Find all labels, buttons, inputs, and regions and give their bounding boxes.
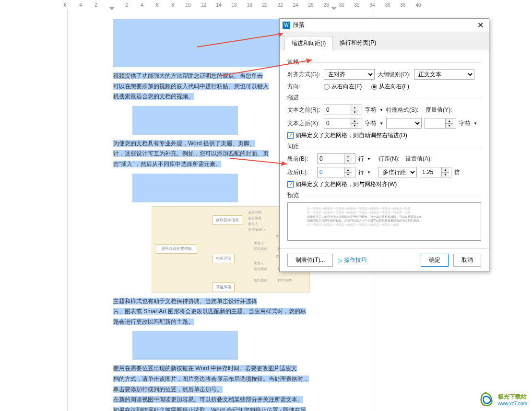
spinner-up-icon[interactable]: ▲ <box>446 118 453 124</box>
direction-ltr-radio[interactable]: 从左向右(L) <box>371 82 409 91</box>
selected-block <box>132 106 238 135</box>
watermark: 极光下载站 www.xz7.com <box>478 391 527 408</box>
text-after-label: 文本之后(X): <box>287 119 321 128</box>
section-preview: 预览 <box>287 191 481 200</box>
annotation-arrow <box>197 24 293 48</box>
space-after-spinner[interactable]: ▲▼ <box>317 167 355 177</box>
text-before-label: 文本之前(R): <box>287 106 321 114</box>
chevron-down-icon[interactable]: ▼ <box>379 121 383 126</box>
line-spacing-label: 行距(N): <box>378 155 402 163</box>
direction-label: 方向: <box>287 82 321 91</box>
preview-panel: 前一段落前一段落前一段落前一段落前一段落前一段落前一段落前一段落前一段落 前一段… <box>287 202 481 241</box>
special-format-label: 特殊格式(S): <box>386 106 423 114</box>
ok-button[interactable]: 确定 <box>421 254 449 267</box>
paragraph[interactable]: 片、图表或 SmartArt 图形将会更改以匹配新的主题。当应用样式时，您的标 <box>113 306 335 317</box>
chevron-down-icon[interactable]: ▼ <box>367 157 371 161</box>
dialog-title: 段落 <box>293 21 474 29</box>
spinner-down-icon[interactable]: ▼ <box>442 173 449 177</box>
annotation-arrow <box>221 48 317 77</box>
chevron-down-icon[interactable]: ▼ <box>367 170 371 175</box>
line-spacing-select[interactable]: 多倍行距 <box>378 167 417 177</box>
radio-icon <box>324 84 330 90</box>
checkbox-icon: ✓ <box>287 181 294 188</box>
setting-value-label: 设置值(A): <box>405 155 434 163</box>
play-icon: ▷ <box>338 257 342 264</box>
spinner-down-icon[interactable]: ▼ <box>446 124 453 129</box>
section-indent: 缩进 <box>287 94 481 102</box>
spinner-down-icon[interactable]: ▼ <box>351 110 358 115</box>
section-spacing: 间距 <box>287 142 481 151</box>
measure-label: 度量值(Y): <box>426 106 454 114</box>
svg-marker-5 <box>281 161 287 166</box>
close-button[interactable]: ✕ <box>474 20 486 31</box>
outline-label: 大纲级别(O): <box>378 70 411 79</box>
paragraph[interactable]: 在新的阅读视图中阅读更加容易。可以折叠文档某些部分并关注所需文本。 <box>113 395 335 405</box>
text-before-spinner[interactable]: ▲▼ <box>324 105 362 115</box>
direction-rtl-radio[interactable]: 从右向左(F) <box>324 82 362 91</box>
chevron-down-icon[interactable]: ▼ <box>473 121 477 126</box>
svg-marker-3 <box>306 59 312 63</box>
dialog-titlebar[interactable]: W 段落 ✕ <box>280 19 489 32</box>
spinner-up-icon[interactable]: ▲ <box>344 167 352 173</box>
checkbox-icon: ✓ <box>287 132 294 139</box>
radio-icon <box>371 84 377 90</box>
paragraph[interactable]: 档的方式，请单击该图片，图片旁边将会显示布局选项按钮。当处理表格时， <box>113 374 335 385</box>
snap-grid-checkbox[interactable]: ✓ 如果定义了文档网格，则与网格对齐(W) <box>287 180 481 188</box>
space-before-spinner[interactable]: ▲▼ <box>317 153 355 164</box>
special-format-select[interactable] <box>386 118 422 129</box>
tips-link[interactable]: ▷ 操作技巧 <box>338 256 367 264</box>
text-after-spinner[interactable]: ▲▼ <box>324 118 362 129</box>
spinner-up-icon[interactable]: ▲ <box>344 154 352 159</box>
paragraph[interactable]: 如果在达到结尾处之前需要停止读取，Word 会记住您的停止位置 - 即使在另 <box>113 405 335 411</box>
setting-value-spinner[interactable]: ▲▼ <box>420 167 451 177</box>
measure-spinner[interactable]: ▲▼ <box>425 118 456 129</box>
tabs-button[interactable]: 制表位(T)... <box>287 254 333 267</box>
paragraph[interactable]: 题会进行更改以匹配新的主题。 <box>113 317 335 328</box>
svg-line-0 <box>197 34 283 47</box>
alignment-select[interactable]: 左对齐 <box>324 69 375 80</box>
spinner-down-icon[interactable]: ▼ <box>344 159 352 164</box>
selected-block <box>132 331 238 360</box>
spinner-up-icon[interactable]: ▲ <box>442 167 449 173</box>
outline-select[interactable]: 正文文本 <box>414 69 474 80</box>
spinner-down-icon[interactable]: ▼ <box>344 173 352 177</box>
spinner-up-icon[interactable]: ▲ <box>351 118 358 124</box>
chevron-down-icon[interactable]: ▼ <box>379 108 383 112</box>
paragraph[interactable]: 主题和样式也有助于文档保持协调。当您单击设计并选择 <box>113 296 335 307</box>
paragraph[interactable]: 单击要添加行或列的位置，然后单击加号。 <box>113 385 335 395</box>
spinner-up-icon[interactable]: ▲ <box>351 105 358 110</box>
annotation-arrow <box>230 144 293 173</box>
selected-block <box>132 174 238 202</box>
svg-line-4 <box>230 158 287 164</box>
cancel-button[interactable]: 取消 <box>453 254 481 267</box>
watermark-logo-icon <box>478 391 495 408</box>
svg-line-2 <box>221 60 312 76</box>
paragraph[interactable]: 使用在需要位置出现的新按钮在 Word 中保存时间。若要更改图片适应文 <box>113 364 335 374</box>
auto-adjust-checkbox[interactable]: ✓ 如果定义了文档网格，则自动调整右缩进(D) <box>287 131 481 140</box>
spinner-down-icon[interactable]: ▼ <box>351 124 358 129</box>
tab-line-page-breaks[interactable]: 换行和分页(P) <box>333 36 383 50</box>
